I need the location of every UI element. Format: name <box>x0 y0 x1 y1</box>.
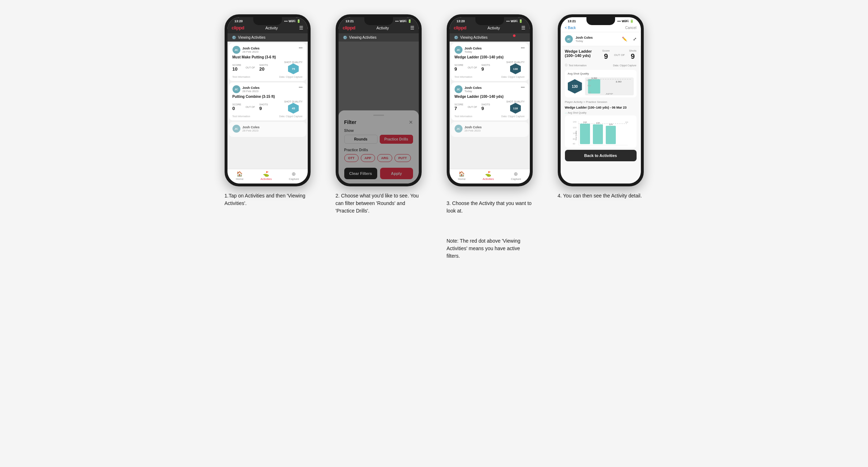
card-stats-1-1: Score 10 OUT OF Shots 20 Shot Quality <box>232 61 303 74</box>
avatar-3-2: JC <box>455 85 462 93</box>
activity-card-1-3[interactable]: JC Josh Coles 28 Feb 2023 <box>229 122 306 137</box>
activity-card-1-2[interactable]: JC Josh Coles 28 Feb 2023 ••• Putting Co… <box>229 82 306 120</box>
avatar-3-3: JC <box>455 125 462 133</box>
scroll-area-3: JC Josh Coles Today ••• Wedge Ladder (10… <box>450 42 530 169</box>
sq-label-1-2: Shot Quality <box>284 100 302 103</box>
capture-icon-1: ⊕ <box>292 171 296 177</box>
card-dots-3-1[interactable]: ••• <box>521 46 525 50</box>
settings-icon-2: ⚙️ <box>343 35 347 39</box>
scroll-area-1: JC Josh Coles 28 Feb 2023 ••• Must Make … <box>227 42 308 169</box>
settings-icon-3: ⚙️ <box>454 35 458 39</box>
card-date-3-2: Today <box>465 90 482 93</box>
status-time-4: 13:21 <box>568 19 576 23</box>
outof-1-1: OUT OF <box>245 66 255 69</box>
footer-left-1-1: Test Information <box>232 76 250 78</box>
viewing-banner-2[interactable]: ⚙️ Viewing Activities <box>339 33 419 42</box>
shots-value-3-1: 9 <box>481 66 490 72</box>
wifi-icon-1: WiFi <box>289 19 296 23</box>
avatar-1-2: JC <box>232 85 240 93</box>
card-dots-3-2[interactable]: ••• <box>521 85 525 89</box>
caption-2: 2. Choose what you'd like to see. You ca… <box>336 192 422 215</box>
svg-text:129: 129 <box>596 122 600 124</box>
svg-text:130: 130 <box>615 80 621 83</box>
hex-badge-large-4: 130 <box>568 79 582 94</box>
phone-3: 13:20 ▪▪▪ WiFi 🔋 clippd Activity ☰ ⚙️ Vi… <box>447 14 533 186</box>
nav-capture-label-3: Capture <box>511 177 521 181</box>
score-value-1-2: 0 <box>232 106 241 111</box>
sq-container-3-2: Shot Quality 118 <box>506 100 524 114</box>
back-link-4[interactable]: < Back <box>565 26 576 30</box>
expand-icon-4[interactable]: ⤢ <box>633 37 637 42</box>
status-icons-4: ▪▪▪ WiFi 🔋 <box>617 19 634 23</box>
nav-capture-1[interactable]: ⊕ Capture <box>289 171 299 181</box>
nav-activities-3[interactable]: ⛳ Activities <box>483 171 494 181</box>
nav-home-3[interactable]: 🏠 Home <box>458 171 465 181</box>
card-user-1-1: Josh Coles <box>243 47 260 50</box>
card-dots-1-2[interactable]: ••• <box>299 85 303 89</box>
avatar-1-1: JC <box>232 46 240 54</box>
shots-label-4: Shots <box>629 49 636 52</box>
signal-icon-2: ▪▪▪ <box>395 19 399 23</box>
card-stats-1-2: Score 0 OUT OF Shots 9 Shot Quality <box>232 100 303 114</box>
detail-content-4: Wedge Ladder (100–140 yds) Score 9 OUT O… <box>561 46 641 184</box>
phone-4-screen: 13:21 ▪▪▪ WiFi 🔋 < Back Cancel JC Josh C… <box>561 17 641 184</box>
sq-value-1-1: 75 <box>292 67 295 71</box>
status-bar-4: 13:21 ▪▪▪ WiFi 🔋 <box>561 17 641 24</box>
outof-3-2: OUT OF <box>467 106 477 108</box>
sq-container-1-2: Shot Quality 45 <box>284 100 302 114</box>
score-label-3-1: Score <box>455 64 464 66</box>
caption-3a: 3. Choose the Activity that you want to … <box>447 200 532 214</box>
detail-date-4: Today <box>576 39 619 43</box>
svg-rect-17 <box>593 124 603 144</box>
card-user-3-1: Josh Coles <box>465 47 482 50</box>
edit-icon-4[interactable]: ✏️ <box>622 37 627 42</box>
bar-chart-4: 140 120 100 80 60 124 132 <box>565 115 637 148</box>
outof-1-2: OUT OF <box>245 106 255 108</box>
activity-card-3-3[interactable]: JC Josh Coles 28 Feb 2023 <box>451 122 528 137</box>
footer-right-1-1: Data: Clippd Capture <box>279 76 302 78</box>
menu-icon-3[interactable]: ☰ <box>521 25 526 30</box>
avg-label-4: — Avg Shot Quality <box>565 111 637 114</box>
back-to-activities-button[interactable]: Back to Activities <box>565 150 637 161</box>
viewing-banner-1[interactable]: ⚙️ Viewing Activities <box>227 33 308 42</box>
status-icons-2: ▪▪▪ WiFi 🔋 <box>395 19 412 23</box>
card-dots-1-1[interactable]: ••• <box>299 46 303 50</box>
card-user-1-2: Josh Coles <box>243 86 260 90</box>
nav-activities-1[interactable]: ⛳ Activities <box>260 171 272 181</box>
activity-card-3-2[interactable]: JC Josh Coles Today ••• Wedge Ladder (10… <box>451 82 528 120</box>
footer-right-1-2: Data: Clippd Capture <box>279 115 302 118</box>
app-header-2: clippd Activity ☰ <box>339 24 419 33</box>
battery-icon-2: 🔋 <box>408 19 412 23</box>
cancel-link-4[interactable]: Cancel <box>625 26 636 30</box>
score-value-3-2: 7 <box>455 106 464 111</box>
app-title-1: Activity <box>265 26 278 30</box>
phone-block-4: 13:21 ▪▪▪ WiFi 🔋 < Back Cancel JC Josh C… <box>551 14 651 200</box>
activity-section-title-4: Wedge Ladder (100–140 yds) - 06 Mar 23 <box>565 106 637 109</box>
app-logo-3: clippd <box>454 25 466 30</box>
svg-text:100: 100 <box>586 80 591 81</box>
nav-home-1[interactable]: 🏠 Home <box>236 171 243 181</box>
menu-icon-1[interactable]: ☰ <box>299 25 303 30</box>
status-time-2: 13:21 <box>346 19 354 23</box>
svg-rect-19 <box>606 126 616 144</box>
card-user-3-2: Josh Coles <box>465 86 482 90</box>
phone-4: 13:21 ▪▪▪ WiFi 🔋 < Back Cancel JC Josh C… <box>558 14 644 186</box>
viewing-banner-3[interactable]: ⚙️ Viewing Activities <box>450 33 530 42</box>
shots-stat-1-1: Shots 20 <box>259 64 268 72</box>
menu-icon-2[interactable]: ☰ <box>410 25 414 30</box>
activity-card-1-1[interactable]: JC Josh Coles 28 Feb 2023 ••• Must Make … <box>229 43 306 81</box>
activities-icon-1: ⛳ <box>263 171 269 177</box>
red-dot-3 <box>513 34 515 37</box>
shots-stat-3-1: Shots 9 <box>481 64 490 72</box>
avg-quality-section-4: Avg Shot Quality 130 130 130 <box>565 70 637 97</box>
card-footer-3-1: Test Information Data: Clippd Capture <box>455 76 525 78</box>
score-label-3-2: Score <box>455 103 464 106</box>
shots-value-4: 9 <box>631 52 635 61</box>
wifi-icon-4: WiFi <box>622 19 629 23</box>
shots-label-1-2: Shots <box>259 103 268 106</box>
activity-card-3-1[interactable]: JC Josh Coles Today ••• Wedge Ladder (10… <box>451 43 528 81</box>
svg-text:50: 50 <box>587 85 591 87</box>
nav-capture-3[interactable]: ⊕ Capture <box>511 171 521 181</box>
bottom-nav-3: 🏠 Home ⛳ Activities ⊕ Capture <box>450 169 530 184</box>
sq-badge-1-1: 75 <box>288 63 299 74</box>
